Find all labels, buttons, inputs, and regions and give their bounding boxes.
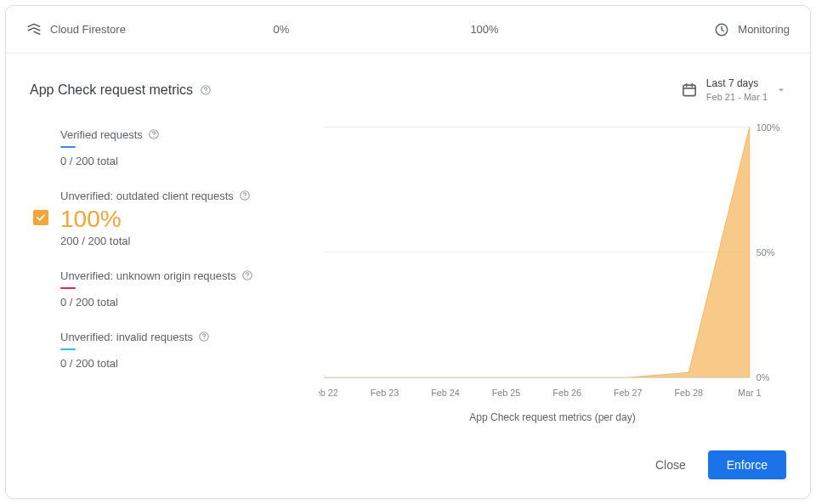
monitoring-label: Monitoring [738,23,790,36]
legend-item-invalid[interactable]: Unverified: invalid requests 0 / 200 tot… [30,324,310,385]
dialog-actions: Close Enforce [6,439,810,498]
enforce-button[interactable]: Enforce [708,450,786,479]
svg-text:50%: 50% [756,247,775,258]
firestore-icon [26,22,42,37]
svg-text:100%: 100% [756,122,780,132]
svg-rect-3 [683,85,695,96]
legend-sub: 0 / 200 total [60,155,310,167]
legend-label: Unverified: unknown origin requests [60,269,236,282]
help-icon[interactable] [198,331,210,343]
legend-label: Unverified: outdated client requests [60,190,234,202]
date-range-picker[interactable]: Last 7 days Feb 21 - Mar 1 [681,77,786,103]
legend-swatch [60,146,76,148]
help-icon[interactable] [200,84,212,96]
date-range-text: Last 7 days Feb 21 - Mar 1 [706,77,768,103]
page-title-text: App Check request metrics [30,82,193,98]
svg-text:Feb 23: Feb 23 [371,387,400,397]
legend-sub: 200 / 200 total [60,235,310,247]
date-range-line2: Feb 21 - Mar 1 [706,91,768,103]
legend-item-unknown[interactable]: Unverified: unknown origin requests 0 / … [30,263,310,324]
svg-point-9 [246,278,247,279]
svg-text:Feb 25: Feb 25 [492,387,521,397]
legend-swatch [60,348,76,350]
legend-sub: 0 / 200 total [60,296,310,309]
svg-text:0%: 0% [756,372,770,382]
legend-swatch [60,287,76,289]
chart-area: 0%50%100%Feb 22Feb 23Feb 24Feb 25Feb 26F… [319,122,786,423]
svg-point-7 [244,198,245,199]
clock-icon [714,22,729,37]
chart-canvas: 0%50%100%Feb 22Feb 23Feb 24Feb 25Feb 26F… [319,122,786,403]
dialog-header: Cloud Firestore 0% 100% Monitoring [6,6,810,54]
svg-point-11 [203,339,204,340]
legend-label: Unverified: invalid requests [60,331,193,343]
svg-text:Mar 1: Mar 1 [738,387,762,397]
help-icon[interactable] [239,190,251,201]
svg-text:Feb 28: Feb 28 [674,387,703,397]
title-bar: App Check request metrics Last 7 days Fe… [30,77,786,103]
legend: Verified requests 0 / 200 total Unverifi… [30,122,310,423]
date-range-line1: Last 7 days [706,77,768,91]
calendar-icon [681,82,698,99]
chevron-down-icon [776,85,786,95]
service-cell: Cloud Firestore [26,22,230,37]
help-icon[interactable] [148,128,160,140]
page-title: App Check request metrics [30,82,212,98]
chart-svg: 0%50%100%Feb 22Feb 23Feb 24Feb 25Feb 26F… [319,122,786,403]
legend-item-verified[interactable]: Verified requests 0 / 200 total [30,122,310,183]
header-pct-left: 0% [230,23,332,36]
svg-text:Feb 24: Feb 24 [431,387,460,397]
svg-text:Feb 27: Feb 27 [614,387,643,397]
legend-item-outdated[interactable]: Unverified: outdated client requests 100… [30,183,310,263]
svg-point-2 [205,92,206,93]
chart-caption: App Check request metrics (per day) [319,411,786,423]
metrics-body: Verified requests 0 / 200 total Unverifi… [30,122,786,423]
svg-text:Feb 22: Feb 22 [319,387,338,397]
service-name: Cloud Firestore [50,23,126,36]
svg-point-5 [153,137,154,138]
header-pct-right: 100% [332,23,637,36]
close-button[interactable]: Close [649,450,693,479]
legend-big-value: 100% [60,207,310,231]
dialog-body: App Check request metrics Last 7 days Fe… [6,54,810,439]
svg-text:Feb 26: Feb 26 [552,387,581,397]
legend-sub: 0 / 200 total [60,357,310,370]
legend-label: Verified requests [60,128,143,141]
monitoring-cell[interactable]: Monitoring [637,22,790,37]
checkbox-icon[interactable] [33,210,48,225]
help-icon[interactable] [241,269,253,281]
metrics-dialog: Cloud Firestore 0% 100% Monitoring App C… [5,5,811,499]
